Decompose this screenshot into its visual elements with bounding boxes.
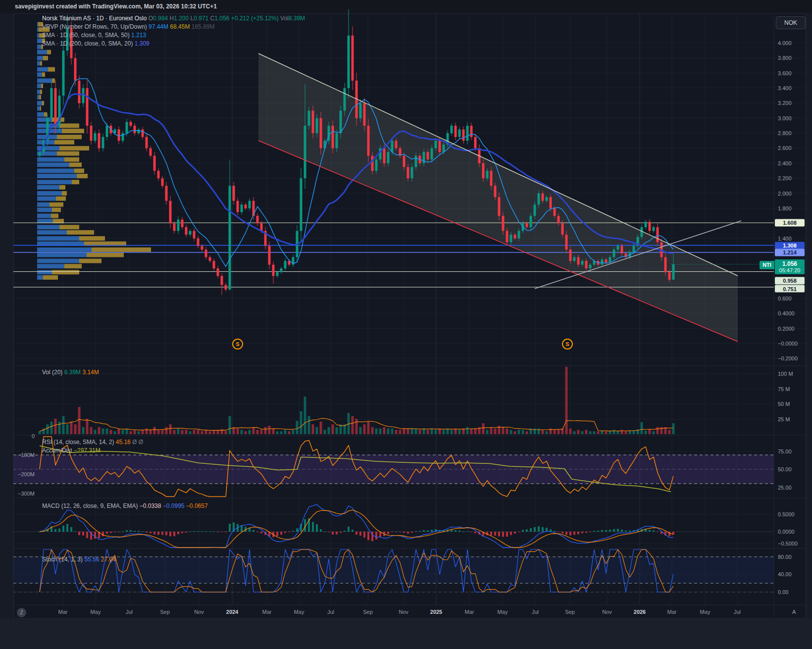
- price-axis-tick[interactable]: 4.000: [778, 40, 806, 46]
- price-axis-tick[interactable]: 3.600: [778, 70, 806, 76]
- accum-axis-tick: −200M: [12, 471, 35, 477]
- price-axis-tick[interactable]: 2.600: [778, 145, 806, 151]
- macd-axis-tick[interactable]: 0.5000: [778, 511, 806, 517]
- rsi-axis-tick[interactable]: 25.00: [778, 485, 806, 491]
- attribution-bar: savepiginvest created with TradingView.c…: [0, 0, 812, 13]
- price-axis-tick[interactable]: 0.600: [778, 296, 806, 301]
- change-value: +0.212 (+25.12%): [231, 15, 279, 22]
- time-axis-tick[interactable]: Nov: [399, 609, 408, 615]
- symbol-price-tag: NTI: [760, 261, 774, 269]
- footer: TradingView: [0, 619, 812, 649]
- rsi-axis-tick[interactable]: 50.00: [778, 466, 806, 472]
- stoch-axis-tick[interactable]: 0.00: [778, 589, 806, 595]
- time-axis-tick[interactable]: Nov: [602, 609, 612, 615]
- price-axis-tick[interactable]: 3.200: [778, 100, 806, 106]
- time-axis-tick[interactable]: May: [91, 609, 101, 615]
- currency-button[interactable]: NOK: [776, 16, 806, 29]
- symbol-legend[interactable]: Norsk Titanium AS · 1D · Euronext Oslo O…: [42, 14, 305, 23]
- chart-container[interactable]: [13, 13, 806, 619]
- price-line-label: 1.308: [775, 242, 805, 249]
- volume-legend[interactable]: Vol (20) 8.39M 3.14M: [42, 368, 99, 377]
- time-axis-tick[interactable]: Jul: [532, 609, 539, 615]
- time-axis-tick[interactable]: Sep: [160, 609, 170, 615]
- accum-axis-tick: −100M: [12, 452, 35, 458]
- accum-axis-tick: 0: [12, 433, 35, 439]
- time-axis-tick[interactable]: 2025: [430, 609, 442, 615]
- price-axis-tick[interactable]: 0.2000: [778, 326, 806, 332]
- time-axis-tick[interactable]: Sep: [565, 609, 575, 615]
- time-axis-tick[interactable]: 2026: [634, 609, 646, 615]
- vrvp-legend[interactable]: VRVP (Number Of Rows, 70, Up/Down) 97.44…: [42, 23, 214, 31]
- price-axis-tick[interactable]: −0.2000: [778, 355, 806, 361]
- price-axis-tick[interactable]: 2.000: [778, 191, 806, 197]
- time-axis-tick[interactable]: Sep: [363, 609, 373, 615]
- price-line-label: 0.751: [775, 285, 805, 293]
- last-price-label: 1.056 05:47:20: [775, 259, 805, 274]
- price-line-label: 0.958: [775, 277, 805, 284]
- price-axis-tick[interactable]: 3.800: [778, 55, 806, 61]
- price-line-label: 1.608: [775, 219, 805, 226]
- rsi-axis-tick[interactable]: 75.00: [778, 449, 806, 454]
- time-axis-tick[interactable]: Jul: [734, 609, 741, 615]
- time-axis-tick[interactable]: May: [498, 609, 508, 615]
- stoch-axis-tick[interactable]: 40.00: [778, 571, 806, 577]
- attribution-text: savepiginvest created with TradingView.c…: [15, 3, 217, 10]
- last-price-value: 1.056: [775, 260, 805, 267]
- time-axis-tick[interactable]: Mar: [262, 609, 272, 615]
- time-axis-tick[interactable]: May: [700, 609, 710, 615]
- symbol-title: Norsk Titanium AS · 1D · Euronext Oslo: [42, 15, 147, 22]
- rsi-legend[interactable]: RSI (14, close, SMA, 14, 2) 45.16 Ø Ø: [42, 438, 143, 447]
- price-axis-tick[interactable]: −0.0000: [778, 341, 806, 347]
- time-axis-tick[interactable]: Jul: [327, 609, 334, 615]
- time-axis-tick[interactable]: Mar: [465, 609, 474, 615]
- price-line-label: 1.214: [775, 249, 805, 256]
- price-axis-tick[interactable]: 0.4000: [778, 310, 806, 316]
- volume-axis-tick[interactable]: 25 M: [778, 416, 806, 422]
- auto-scale-button[interactable]: A: [792, 609, 796, 615]
- time-axis-tick[interactable]: Mar: [667, 609, 677, 615]
- macd-axis-tick[interactable]: −0.5000: [778, 541, 806, 547]
- price-axis-tick[interactable]: 1.400: [778, 236, 806, 242]
- sma200-legend[interactable]: SMA · 1D (200, close, 0, SMA, 20) 1.309: [42, 40, 150, 48]
- sma50-legend[interactable]: SMA · 1D (50, close, 0, SMA, 50) 1.213: [42, 31, 146, 40]
- time-axis-tick[interactable]: Jul: [126, 609, 133, 615]
- zoom-out-button[interactable]: Z: [17, 608, 26, 617]
- hidden-eye-icon[interactable]: Ø: [132, 439, 137, 446]
- time-axis-tick[interactable]: Mar: [58, 609, 68, 615]
- hidden-eye-icon[interactable]: Ø: [139, 439, 143, 446]
- volume-axis-tick[interactable]: 100 M: [778, 371, 806, 377]
- price-axis-tick[interactable]: 2.400: [778, 160, 806, 166]
- volume-axis-tick[interactable]: 75 M: [778, 386, 806, 392]
- price-axis-tick[interactable]: 2.800: [778, 130, 806, 136]
- macd-axis-tick[interactable]: 0.0000: [778, 529, 806, 535]
- price-axis-tick[interactable]: 1.800: [778, 205, 806, 211]
- stoch-legend[interactable]: Stoch (14, 1, 3) 55.56 27.04: [42, 555, 116, 564]
- volume-axis-tick[interactable]: 50 M: [778, 401, 806, 407]
- sell-signal-marker: S: [232, 339, 243, 349]
- macd-legend[interactable]: MACD (12, 26, close, 9, EMA, EMA) −0.033…: [42, 502, 208, 510]
- price-axis-tick[interactable]: 3.000: [778, 115, 806, 121]
- price-axis-tick[interactable]: 3.400: [778, 85, 806, 91]
- sell-signal-marker: S: [562, 339, 573, 349]
- stoch-axis-tick[interactable]: 80.00: [778, 554, 806, 560]
- accum-axis-tick: −300M: [12, 491, 35, 497]
- time-axis-tick[interactable]: Nov: [194, 609, 204, 615]
- price-axis-tick[interactable]: 2.200: [778, 175, 806, 181]
- bar-countdown: 05:47:20: [775, 267, 805, 273]
- accum-dist-legend[interactable]: Accum/Dist −297.31M: [42, 447, 101, 455]
- time-axis-tick[interactable]: May: [294, 609, 304, 615]
- time-axis-tick[interactable]: 2024: [226, 609, 238, 615]
